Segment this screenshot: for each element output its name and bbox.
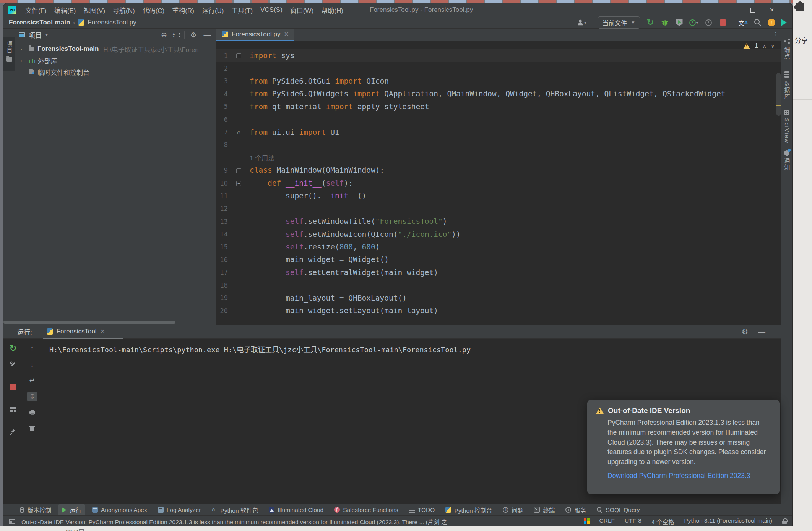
menu-item[interactable]: 工具(T) xyxy=(228,4,257,16)
bottom-bar-item-pkg[interactable]: Python 软件包 xyxy=(208,504,262,516)
code-line[interactable]: 14 self.setWindowIcon(QIcon("./icon.ico"… xyxy=(216,228,781,240)
update-available-icon[interactable]: ↑ xyxy=(768,19,775,26)
account-icon[interactable]: ▾ xyxy=(577,18,586,27)
rerun-button[interactable]: ↻ xyxy=(8,343,18,353)
tree-row[interactable]: ›外部库 xyxy=(15,55,216,66)
print-icon[interactable] xyxy=(27,408,37,418)
menu-item[interactable]: 运行(U) xyxy=(198,4,227,16)
bottom-bar-item-term[interactable]: 终端 xyxy=(530,504,559,516)
run-tab[interactable]: ForensicsTool ✕ xyxy=(43,325,123,339)
tool-tab-bell[interactable]: 通知 xyxy=(781,150,793,171)
menu-item[interactable]: 文件(F) xyxy=(22,4,50,16)
code-line[interactable]: 11 super().__init__() xyxy=(216,189,781,202)
code-line[interactable]: 8 xyxy=(216,139,781,151)
bottom-bar-item-branch[interactable]: 版本控制 xyxy=(15,504,55,516)
maximize-button[interactable] xyxy=(743,3,762,16)
code-line[interactable]: 1−import sys xyxy=(216,49,781,62)
code-line[interactable]: 6 xyxy=(216,113,781,126)
gear-icon[interactable]: ⚙ xyxy=(742,327,748,336)
fold-marker[interactable]: − xyxy=(228,53,250,58)
tool-tab-project[interactable]: 项目 xyxy=(3,37,15,71)
tool-tab-net[interactable]: 端点 xyxy=(781,39,793,60)
profiler-button[interactable]: ▾ xyxy=(689,18,698,27)
chevron-down-icon[interactable]: ▾ xyxy=(45,32,48,37)
notification-download-link[interactable]: Download PyCharm Professional Edition 20… xyxy=(607,472,770,480)
menu-item[interactable]: 编辑(E) xyxy=(51,4,80,16)
bottom-bar-item-soql[interactable]: SOQL Query xyxy=(593,505,643,515)
run-coverage-button[interactable] xyxy=(675,18,684,27)
code-line[interactable]: 12 xyxy=(216,202,781,215)
edit-configuration-icon[interactable] xyxy=(8,359,18,369)
gear-icon[interactable]: ⚙ xyxy=(188,31,198,39)
fold-collapse-icon[interactable]: − xyxy=(236,53,241,58)
bottom-bar-item-apex[interactable]: Anonymous Apex xyxy=(88,505,151,515)
close-icon[interactable]: ✕ xyxy=(284,31,289,38)
inspections-widget[interactable]: 1 ∧ ∨ xyxy=(743,42,775,49)
chevron-right-icon[interactable]: › xyxy=(20,58,26,63)
menu-item[interactable]: 视图(V) xyxy=(80,4,109,16)
bottom-bar-item-serv[interactable]: 服务 xyxy=(562,504,590,516)
horizontal-scrollbar[interactable] xyxy=(3,321,175,324)
menu-item[interactable]: 导航(N) xyxy=(109,4,138,16)
collapse-all-icon[interactable]: ▾▴ xyxy=(179,32,180,37)
fold-marker[interactable]: − xyxy=(228,168,250,173)
code-line[interactable]: 16 main_widget = QWidget() xyxy=(216,253,781,266)
code-line[interactable]: 7⌂from ui.ui import UI xyxy=(216,126,781,138)
tool-tab-db[interactable]: 数据库 xyxy=(781,71,793,100)
expand-all-icon[interactable]: ▴▾ xyxy=(173,32,175,37)
code-line[interactable]: 18 xyxy=(216,279,781,291)
minimize-button[interactable] xyxy=(724,3,743,16)
bottom-bar-item-run[interactable]: 运行 xyxy=(58,504,85,516)
plugin-play-icon[interactable] xyxy=(781,19,787,26)
fold-collapse-icon[interactable]: − xyxy=(236,181,241,186)
bottom-bar-item-log[interactable]: Log Analyzer xyxy=(154,505,205,515)
locate-file-icon[interactable]: ⊕ xyxy=(159,31,169,39)
run-button[interactable]: ↻ xyxy=(646,18,655,27)
status-item[interactable]: 4 个空格 xyxy=(651,517,674,526)
prev-warning-icon[interactable]: ∧ xyxy=(763,43,767,49)
editor-scrollbar[interactable] xyxy=(776,73,781,116)
breadcrumb-file[interactable]: ForensicsTool.py xyxy=(88,19,136,26)
code-line[interactable]: 5from qt_material import apply_styleshee… xyxy=(216,100,781,113)
notification-balloon[interactable]: Out-of-Date IDE Version PyCharm Professi… xyxy=(587,400,780,494)
run-config-selector[interactable]: 当前文件 ▼ xyxy=(598,16,640,29)
bottom-bar-item-prob[interactable]: 问题 xyxy=(499,504,527,516)
status-item[interactable]: UTF-8 xyxy=(625,517,641,526)
code-line[interactable]: 4from PySide6.QtWidgets import QApplicat… xyxy=(216,87,781,100)
bottom-bar-item-py[interactable]: Python 控制台 xyxy=(442,504,496,516)
fold-region-icon[interactable]: ⌂ xyxy=(237,129,240,136)
editor-tab[interactable]: ForensicsTool.py ✕ xyxy=(216,29,294,41)
code-line[interactable]: 13 self.setWindowTitle("ForensicsTool") xyxy=(216,215,781,228)
chevron-right-icon[interactable]: › xyxy=(20,46,26,52)
breadcrumb-project[interactable]: ForensicsTool-main xyxy=(9,19,70,26)
console-output[interactable]: H:\ForensicsTool-main\Scripts\python.exe… xyxy=(49,344,777,354)
soft-wrap-icon[interactable]: ↵ xyxy=(27,376,37,385)
scroll-to-end-icon[interactable]: ↧ xyxy=(27,392,37,401)
translate-icon[interactable]: 文A xyxy=(739,18,748,27)
fold-collapse-icon[interactable]: − xyxy=(236,168,241,173)
bottom-bar-item-sf[interactable]: Salesforce Functions xyxy=(330,505,402,515)
pin-icon[interactable] xyxy=(8,427,18,437)
code-line[interactable]: 15 self.resize(800, 600) xyxy=(216,241,781,253)
hide-panel-icon[interactable]: — xyxy=(202,31,212,39)
usage-hint[interactable]: 1 个用法 xyxy=(216,153,274,162)
tree-row[interactable]: 临时文件和控制台 xyxy=(15,66,216,78)
menu-item[interactable]: 代码(C) xyxy=(139,4,168,16)
bottom-bar-item-todo[interactable]: TODO xyxy=(405,505,439,515)
fold-marker[interactable]: − xyxy=(228,180,250,186)
restore-layout-icon[interactable] xyxy=(8,405,18,414)
status-message[interactable]: Out-of-Date IDE Version: PyCharm Profess… xyxy=(21,517,447,526)
bottom-bar-item-cloud[interactable]: Illuminated Cloud xyxy=(265,505,327,515)
code-line[interactable]: 9−class MainWindow(QMainWindow): xyxy=(216,164,781,177)
next-warning-icon[interactable]: ∨ xyxy=(771,43,775,49)
more-icon[interactable]: ⁝ xyxy=(775,30,781,41)
menu-item[interactable]: 帮助(H) xyxy=(318,4,347,16)
lock-icon[interactable] xyxy=(782,521,787,524)
code-line[interactable]: 2 xyxy=(216,62,781,74)
ms-store-icon[interactable] xyxy=(584,518,590,524)
up-stack-trace-icon[interactable]: ↑ xyxy=(27,343,37,353)
search-everywhere-icon[interactable] xyxy=(753,18,762,27)
close-icon[interactable]: ✕ xyxy=(100,328,105,335)
down-stack-trace-icon[interactable]: ↓ xyxy=(27,359,37,369)
tool-window-layout-icon[interactable] xyxy=(9,519,15,524)
